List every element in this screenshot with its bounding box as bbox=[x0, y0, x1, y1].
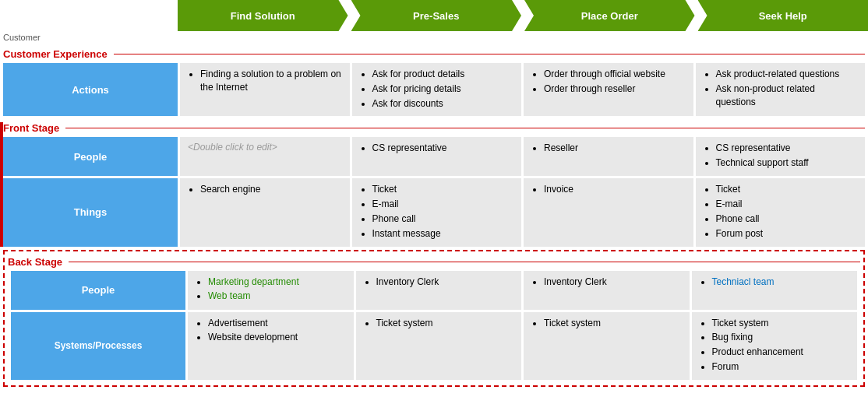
front-people-cell-3[interactable]: CS representative Technical support staf… bbox=[696, 137, 866, 176]
front-things-cell-1[interactable]: Ticket E-mail Phone call Instant message bbox=[352, 178, 522, 246]
back-systems-label: Systems/Processes bbox=[11, 312, 185, 380]
front-people-placeholder: <Double click to edit> bbox=[188, 142, 277, 153]
actions-item-2-0: Order through official website bbox=[544, 68, 686, 81]
phase-header: Find Solution Pre-Sales Place Order Seek… bbox=[178, 0, 868, 31]
front-people-cell-0[interactable]: <Double click to edit> bbox=[180, 137, 350, 176]
front-things-item-3-2: Phone call bbox=[716, 213, 858, 226]
actions-item-0: Finding a solution to a problem on the I… bbox=[200, 68, 342, 94]
back-systems-item-1-0: Ticket system bbox=[376, 317, 514, 330]
actions-cell-1[interactable]: Ask for product details Ask for pricing … bbox=[352, 63, 522, 116]
front-people-cell-1[interactable]: CS representative bbox=[352, 137, 522, 176]
back-people-item-1-0: Inventory Clerk bbox=[376, 276, 514, 289]
front-things-item-3-1: E-mail bbox=[716, 198, 858, 211]
front-people-item-3-0: CS representative bbox=[716, 142, 858, 155]
back-systems-item-0-1: Website development bbox=[208, 331, 346, 344]
front-things-row: Things Search engine Ticket E-mail Phone… bbox=[3, 178, 865, 246]
actions-cell-2[interactable]: Order through official website Order thr… bbox=[524, 63, 693, 116]
back-systems-item-3-3: Forum bbox=[712, 360, 850, 374]
back-people-item-3-0: Techniacl team bbox=[712, 276, 850, 289]
front-things-item-1-2: Phone call bbox=[372, 213, 514, 226]
back-people-cell-3[interactable]: Techniacl team bbox=[692, 271, 858, 310]
actions-item-1-2: Ask for discounts bbox=[372, 97, 514, 111]
actions-item-1-1: Ask for pricing details bbox=[372, 83, 514, 96]
front-stage-header: Front Stage bbox=[3, 122, 865, 134]
back-systems-item-2-0: Ticket system bbox=[544, 317, 682, 330]
back-people-cell-1[interactable]: Inventory Clerk bbox=[356, 271, 522, 310]
back-people-item-2-0: Inventory Clerk bbox=[544, 276, 682, 289]
actions-item-3-1: Ask non-product related questions bbox=[716, 83, 858, 109]
back-stage-wrapper: Back Stage People Marketing department W… bbox=[3, 250, 865, 387]
back-systems-cell-2[interactable]: Ticket system bbox=[524, 312, 690, 380]
front-people-row: People <Double click to edit> CS represe… bbox=[3, 137, 865, 176]
front-things-item-1-0: Ticket bbox=[372, 183, 514, 196]
front-things-item-1-3: Instant message bbox=[372, 227, 514, 241]
front-things-item-2-0: Invoice bbox=[544, 183, 686, 196]
front-people-label: People bbox=[3, 137, 178, 176]
actions-cell-3[interactable]: Ask product-related questions Ask non-pr… bbox=[696, 63, 866, 116]
front-things-cell-3[interactable]: Ticket E-mail Phone call Forum post bbox=[696, 178, 866, 246]
actions-cell-0[interactable]: Finding a solution to a problem on the I… bbox=[180, 63, 350, 116]
actions-item-1-0: Ask for product details bbox=[372, 68, 514, 81]
front-people-item-2-0: Reseller bbox=[544, 142, 686, 155]
phase-find-solution: Find Solution bbox=[178, 0, 348, 31]
back-people-label: People bbox=[11, 271, 185, 310]
app-container: Find Solution Pre-Sales Place Order Seek… bbox=[0, 0, 868, 387]
front-people-item-3-1: Technical support staff bbox=[716, 156, 858, 170]
phase-seek-help: Seek Help bbox=[698, 0, 869, 31]
back-systems-item-3-0: Ticket system bbox=[712, 317, 850, 330]
front-things-item-3-0: Ticket bbox=[716, 183, 858, 196]
front-things-item-0-0: Search engine bbox=[200, 183, 342, 196]
front-things-item-1-1: E-mail bbox=[372, 198, 514, 211]
back-people-row: People Marketing department Web team Inv… bbox=[11, 271, 857, 310]
actions-item-3-0: Ask product-related questions bbox=[716, 68, 858, 81]
back-systems-cell-3[interactable]: Ticket system Bug fixing Product enhance… bbox=[692, 312, 858, 380]
front-people-cell-2[interactable]: Reseller bbox=[524, 137, 693, 176]
back-people-item-0-1: Web team bbox=[208, 290, 346, 303]
back-systems-item-0-0: Advertisement bbox=[208, 317, 346, 330]
actions-label: Actions bbox=[3, 63, 178, 116]
phase-place-order: Place Order bbox=[524, 0, 695, 31]
front-things-item-3-3: Forum post bbox=[716, 227, 858, 241]
back-people-cell-2[interactable]: Inventory Clerk bbox=[524, 271, 690, 310]
front-stage-section: Front Stage People <Double click to edit… bbox=[0, 122, 868, 246]
front-things-label: Things bbox=[3, 178, 178, 246]
phase-pre-sales: Pre-Sales bbox=[351, 0, 522, 31]
customer-experience-section: Customer Experience Actions Finding a so… bbox=[0, 48, 868, 116]
back-systems-item-3-1: Bug fixing bbox=[712, 331, 850, 344]
chevron-container: Find Solution Pre-Sales Place Order Seek… bbox=[178, 0, 868, 31]
front-people-item-1-0: CS representative bbox=[372, 142, 514, 155]
front-things-cell-2[interactable]: Invoice bbox=[524, 178, 693, 246]
back-systems-cell-0[interactable]: Advertisement Website development bbox=[188, 312, 354, 380]
front-things-cell-0[interactable]: Search engine bbox=[180, 178, 350, 246]
back-people-item-0-0: Marketing department bbox=[208, 276, 346, 289]
back-stage-header: Back Stage bbox=[8, 256, 860, 268]
actions-item-2-1: Order through reseller bbox=[544, 83, 686, 96]
back-systems-cell-1[interactable]: Ticket system bbox=[356, 312, 522, 380]
actions-row: Actions Finding a solution to a problem … bbox=[3, 63, 865, 116]
back-systems-row: Systems/Processes Advertisement Website … bbox=[11, 312, 857, 380]
customer-label: Customer bbox=[3, 33, 865, 42]
back-people-cell-0[interactable]: Marketing department Web team bbox=[188, 271, 354, 310]
customer-experience-header: Customer Experience bbox=[3, 48, 865, 60]
back-systems-item-3-2: Product enhancement bbox=[712, 346, 850, 359]
